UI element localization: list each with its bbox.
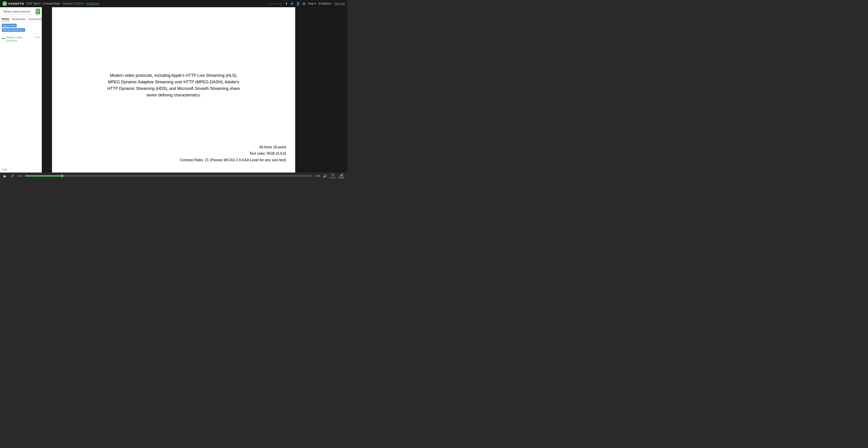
player-controls: ▶ ↺ 0:10 -1:05 🔊 1x Speed Quality	[0, 173, 347, 179]
hide-link[interactable]: Hide	[2, 168, 7, 171]
share-icon[interactable]: 👤	[296, 2, 300, 5]
slide-footnotes: All fonts 16-point Text color: RGB (0,0,…	[180, 144, 286, 164]
slide-main-text: Modern video protocols, including Apple'…	[103, 72, 244, 98]
quality-button[interactable]: Quality	[338, 173, 344, 179]
quality-bar-1	[340, 175, 340, 176]
logo-text: PANOPTO	[8, 2, 24, 5]
result-title: Modern video protocols	[6, 36, 34, 42]
sort-filter[interactable]: Sort by relevance ▾	[2, 28, 25, 32]
settings-icon[interactable]: ⚙	[290, 2, 293, 5]
topbar-right: ☆☆☆☆☆ ⬇ ⚙ 👤 ⊞ Help ▾ Ari Bixhorn Sign Ou…	[268, 2, 345, 5]
search-all-chevron: ▾	[14, 24, 16, 27]
progress-fill	[25, 175, 62, 177]
speed-control[interactable]: 1x Speed	[330, 173, 336, 179]
page-title: OCR Test 2 - Contrast Ratio	[26, 2, 60, 5]
sort-label: Sort by relevance	[3, 29, 22, 31]
signout-button[interactable]: Sign Out	[334, 2, 345, 5]
tab-notes[interactable]: Notes	[2, 18, 9, 22]
quality-bar-3	[341, 174, 342, 176]
main-area: 🔍 Notes Bookmarks Comments Search all ▾ …	[0, 7, 347, 173]
tab-bookmarks[interactable]: Bookmarks	[12, 18, 26, 21]
volume-icon[interactable]: 🔊	[323, 174, 327, 178]
speed-value: 1x	[331, 173, 334, 176]
logo-icon: ▶	[2, 1, 7, 6]
topbar-date: October 6 2015 in	[62, 2, 84, 5]
user-name: Ari Bixhorn	[318, 2, 332, 5]
topbar: ▶ PANOPTO OCR Test 2 - Contrast Ratio Oc…	[0, 0, 347, 7]
video-right-panel	[295, 7, 347, 173]
progress-bar[interactable]	[25, 175, 312, 177]
topbar-left: ▶ PANOPTO OCR Test 2 - Contrast Ratio Oc…	[2, 1, 99, 6]
sidebar: 🔍 Notes Bookmarks Comments Search all ▾ …	[0, 7, 42, 173]
topbar-author[interactable]: Ari Bixhorn	[86, 2, 100, 5]
end-time: -1:05	[315, 175, 320, 177]
hide-link-container: Hide	[0, 166, 41, 173]
slide-area: Modern video protocols, including Apple'…	[52, 7, 295, 173]
play-button[interactable]: ▶	[3, 174, 7, 178]
sidebar-tabs: Notes Bookmarks Comments	[0, 16, 41, 23]
quality-label: Quality	[338, 177, 344, 179]
footnote-contrast: Contrast Ratio: 21 (Passes WCAG 2.0 AAA …	[180, 157, 286, 164]
search-icon: 🔍	[36, 10, 40, 13]
embed-icon[interactable]: ⊞	[303, 2, 305, 5]
slide-content: Modern video protocols, including Apple'…	[94, 63, 253, 116]
video-left-panel	[42, 7, 52, 173]
video-area: Modern video protocols, including Apple'…	[42, 7, 347, 173]
help-button[interactable]: Help ▾	[308, 2, 316, 5]
tab-comments[interactable]: Comments	[28, 18, 41, 21]
search-input[interactable]	[1, 8, 36, 14]
panopto-logo: ▶ PANOPTO	[2, 1, 24, 6]
speed-sublabel: Speed	[330, 176, 336, 179]
result-time: 0:10	[35, 36, 40, 39]
quality-bars-icon	[340, 173, 343, 176]
quality-bar-4	[342, 173, 343, 176]
search-bar: 🔍	[0, 7, 41, 16]
filter-bar: Search all ▾ Sort by relevance ▾	[0, 23, 41, 33]
current-time: 0:10	[18, 175, 22, 177]
download-icon[interactable]: ⬇	[285, 2, 288, 5]
search-button[interactable]: 🔍	[36, 8, 40, 14]
list-item[interactable]: ▬ Modern video protocols 0:10	[0, 35, 41, 43]
footnote-color: Text color: RGB (0,0,0)	[180, 150, 286, 157]
search-all-label: Search all	[3, 24, 14, 27]
sort-chevron: ▾	[23, 29, 24, 31]
progress-thumb	[61, 175, 64, 177]
search-all-filter[interactable]: Search all ▾	[2, 24, 17, 27]
quality-bar-2	[340, 175, 341, 176]
star-rating[interactable]: ☆☆☆☆☆	[268, 2, 282, 5]
rewind-button[interactable]: ↺	[10, 174, 15, 178]
slide-icon: ▬	[2, 36, 5, 40]
footnote-fonts: All fonts 16-point	[180, 144, 286, 150]
search-results: ▬ Modern video protocols 0:10	[0, 33, 41, 166]
